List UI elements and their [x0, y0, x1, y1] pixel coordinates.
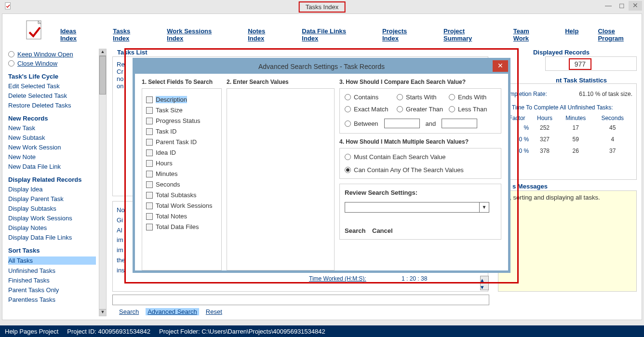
compare-less-than[interactable]: Less Than — [449, 106, 496, 113]
compare-exact-match[interactable]: Exact Match — [345, 106, 392, 113]
menu-team-work[interactable]: Team Work — [513, 27, 546, 42]
menu-project-summary[interactable]: Project Summary — [443, 27, 494, 42]
stats-row: %2521745 — [503, 122, 631, 133]
menu-notes-index[interactable]: Notes Index — [248, 27, 282, 42]
field-task-id[interactable]: Task ID — [146, 128, 217, 135]
stats-head: nt Task Statistics — [556, 77, 607, 84]
search-values-box[interactable] — [227, 88, 335, 270]
sort-parent-tasks-only[interactable]: Parent Tasks Only — [8, 286, 96, 294]
compare-ends-with[interactable]: Ends With — [449, 94, 496, 101]
sort-parentless-tasks[interactable]: Parentless Tasks — [8, 296, 96, 303]
keep-window-open-radio[interactable]: Keep Window Open — [8, 51, 96, 58]
menu-projects-index[interactable]: Projects Index — [382, 27, 424, 42]
edit-selected-task[interactable]: Edit Selected Task — [8, 82, 96, 90]
menu-data-file-links-index[interactable]: Data File Links Index — [302, 27, 363, 42]
field-seconds[interactable]: Seconds — [146, 181, 217, 188]
advanced-search-dialog: Advanced Search Settings - Task Records … — [133, 58, 510, 273]
menu-work-sessions-index[interactable]: Work Sessions Index — [167, 27, 228, 42]
new-task[interactable]: New Task — [8, 124, 96, 132]
match-can-contain[interactable]: Can Contain Any Of The Search Values — [345, 166, 496, 174]
related-head: Display Related Records — [8, 176, 96, 183]
dialog-cancel-button[interactable]: Cancel — [372, 227, 393, 234]
review-settings-dropdown[interactable]: ▼ — [345, 202, 489, 213]
sort-tasks-head: Sort Tasks — [8, 247, 96, 254]
between-to-input[interactable] — [442, 119, 477, 128]
svg-rect-0 — [5, 3, 11, 10]
list2-spinner-down[interactable]: ▴▾ — [480, 276, 489, 290]
titlebar: Tasks Index — ◻ ✕ — [0, 0, 644, 13]
reset-link[interactable]: Reset — [206, 308, 222, 315]
window-close-button[interactable]: ✕ — [629, 1, 642, 11]
main-menu: Ideas Index Tasks Index Work Sessions In… — [60, 27, 642, 42]
delete-selected-task[interactable]: Delete Selected Task — [8, 92, 96, 99]
sort-all-tasks[interactable]: All Tasks — [8, 256, 96, 265]
display-subtasks[interactable]: Display Subtasks — [8, 205, 96, 212]
compare-between[interactable] — [345, 121, 351, 127]
menu-close-program[interactable]: Close Program — [598, 27, 642, 42]
scroll-down-icon[interactable]: ▼ — [99, 309, 106, 316]
scroll-up-icon[interactable]: ▲ — [99, 49, 106, 56]
display-notes[interactable]: Display Notes — [8, 224, 96, 231]
step3-label: 3. How Should I Compare Each Search Valu… — [339, 79, 501, 85]
app-icon — [4, 2, 13, 11]
compare-contains[interactable]: Contains — [345, 94, 392, 101]
advanced-search-link[interactable]: Advanced Search — [146, 308, 199, 315]
field-total-subtasks[interactable]: Total Subtasks — [146, 191, 217, 199]
time-worked-label: Time Worked (H:M:S): — [309, 275, 366, 282]
stats-row: 0 %3782637 — [503, 146, 631, 156]
messages-head: s Messages — [512, 183, 548, 190]
displayed-records-value: 977 — [569, 58, 591, 70]
compare-starts-with[interactable]: Starts With — [397, 94, 444, 101]
display-idea[interactable]: Display Idea — [8, 186, 96, 193]
display-data-file-links[interactable]: Display Data File Links — [8, 234, 96, 241]
field-task-size[interactable]: Task Size — [146, 107, 217, 114]
menu-tasks-index[interactable]: Tasks Index — [113, 27, 148, 42]
field-hours[interactable]: Hours — [146, 160, 217, 167]
field-description[interactable]: Description — [146, 96, 217, 103]
match-must-contain[interactable]: Must Contain Each Search Value — [345, 153, 496, 161]
step2-label: 2. Enter Search Values — [227, 79, 335, 85]
scroll-thumb[interactable] — [99, 56, 106, 94]
messages-text: ing, sorting and displaying all tasks. — [501, 194, 600, 201]
field-parent-task-id[interactable]: Parent Task ID — [146, 138, 217, 146]
time-worked-value: 1 : 20 : 38 — [402, 275, 427, 282]
left-scrollbar[interactable]: ▲ ▼ — [99, 49, 107, 316]
search-input[interactable] — [112, 295, 489, 305]
display-parent-task[interactable]: Display Parent Task — [8, 195, 96, 202]
tasks-list-label: Tasks List — [117, 49, 148, 56]
maximize-button[interactable]: ◻ — [615, 1, 629, 11]
dialog-close-button[interactable]: ✕ — [493, 60, 508, 72]
window-title: Tasks Index — [299, 1, 346, 13]
restore-deleted-tasks[interactable]: Restore Deleted Tasks — [8, 102, 96, 109]
close-window-radio[interactable]: Close Window — [8, 60, 96, 67]
messages-box: ing, sorting and displaying all tasks. — [498, 190, 637, 292]
new-work-session[interactable]: New Work Session — [8, 144, 96, 151]
life-cycle-head: Task's Life Cycle — [8, 73, 96, 80]
menu-ideas-index[interactable]: Ideas Index — [60, 27, 94, 42]
left-pane: Keep Window Open Close Window Task's Lif… — [8, 49, 96, 306]
dialog-search-button[interactable]: Search — [345, 227, 365, 234]
field-total-work-sessions[interactable]: Total Work Sessions — [146, 202, 217, 209]
between-from-input[interactable] — [384, 119, 420, 128]
field-total-notes[interactable]: Total Notes — [146, 213, 217, 220]
dialog-title: Advanced Search Settings - Task Records — [135, 60, 508, 74]
field-total-data-files[interactable]: Total Data Files — [146, 223, 217, 230]
chevron-down-icon[interactable]: ▼ — [479, 202, 489, 212]
field-progress-status[interactable]: Progress Status — [146, 117, 217, 124]
new-data-file-link[interactable]: New Data File Link — [8, 163, 96, 170]
compare-greater-than[interactable]: Greater Than — [397, 106, 444, 113]
new-subtask[interactable]: New Subtask — [8, 134, 96, 141]
sort-unfinished-tasks[interactable]: Unfinished Tasks — [8, 267, 96, 274]
sort-finished-tasks[interactable]: Finished Tasks — [8, 277, 96, 284]
display-work-sessions[interactable]: Display Work Sessions — [8, 215, 96, 222]
estimated-label: ted Time To Complete All Unfinished Task… — [502, 104, 632, 111]
new-records-head: New Records — [8, 115, 96, 122]
field-minutes[interactable]: Minutes — [146, 170, 217, 177]
field-idea-id[interactable]: Idea ID — [146, 149, 217, 156]
minimize-button[interactable]: — — [602, 1, 615, 11]
search-link[interactable]: Search — [119, 308, 139, 315]
menu-help[interactable]: Help — [565, 27, 578, 42]
new-note[interactable]: New Note — [8, 153, 96, 161]
stats-table: FactorHoursMinutesSeconds %2521745 0 %32… — [502, 114, 632, 157]
displayed-records-label: Displayed Records — [533, 49, 590, 56]
